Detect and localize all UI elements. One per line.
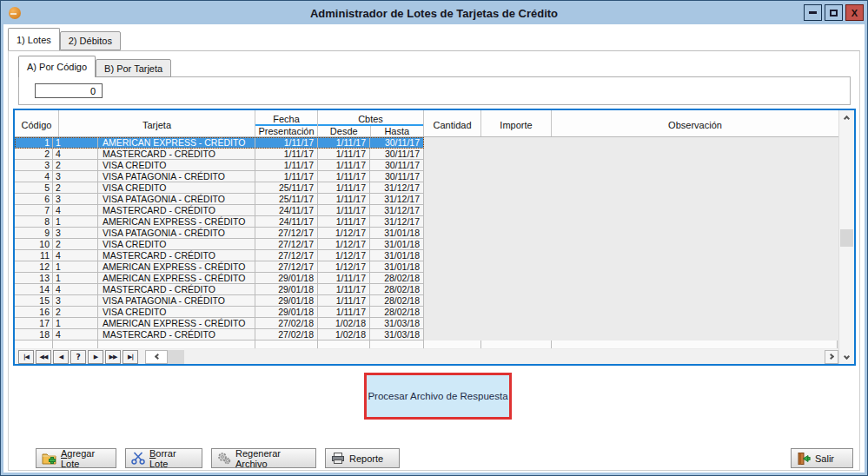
table-row[interactable]: 17 1 AMERICAN EXPRESS - CRÉDITO 27/02/18… xyxy=(15,318,424,329)
cell-row-number[interactable]: 6 xyxy=(15,194,53,205)
header-codigo[interactable]: Código xyxy=(15,110,59,136)
cell-presentacion[interactable]: 27/02/18 xyxy=(255,318,318,329)
agregar-lote-button[interactable]: Agregar Lote xyxy=(36,448,116,468)
cell-tarjeta[interactable]: AMERICAN EXPRESS - CRÉDITO xyxy=(98,273,255,284)
cell-row-number[interactable]: 3 xyxy=(15,160,53,171)
table-row[interactable]: 5 2 VISA CREDITO 25/11/17 1/11/17 31/12/… xyxy=(15,182,424,194)
cell-hasta[interactable]: 28/02/18 xyxy=(370,295,424,307)
cell-desde[interactable]: 1/11/17 xyxy=(318,284,370,295)
cell-presentacion[interactable]: 27/12/17 xyxy=(255,228,318,239)
salir-button[interactable]: Salir xyxy=(791,448,853,468)
table-row[interactable]: 10 2 VISA CREDITO 27/12/17 1/12/17 31/01… xyxy=(15,239,424,250)
cell-desde[interactable]: 1/11/17 xyxy=(318,307,370,318)
horizontal-scrollbar[interactable] xyxy=(145,350,838,364)
cell-row-number[interactable]: 9 xyxy=(15,228,53,239)
cell-row-number[interactable]: 18 xyxy=(15,329,53,340)
cell-hasta[interactable]: 28/02/18 xyxy=(370,307,424,318)
cell-tarjeta[interactable]: MASTERCARD - CRÉDITO xyxy=(98,284,255,295)
horizontal-scroll-track[interactable] xyxy=(184,350,825,364)
nav-prior-button[interactable]: ◀ xyxy=(53,350,69,364)
cell-row-number[interactable]: 12 xyxy=(15,261,53,273)
cell-row-number[interactable]: 4 xyxy=(15,171,53,182)
cell-row-number[interactable]: 17 xyxy=(15,318,53,329)
cell-tarjeta[interactable]: AMERICAN EXPRESS - CRÉDITO xyxy=(98,261,255,273)
cell-tarjeta[interactable]: VISA CREDITO xyxy=(98,160,255,171)
cell-presentacion[interactable]: 1/11/17 xyxy=(255,171,318,182)
cell-presentacion[interactable]: 1/11/17 xyxy=(255,160,318,171)
cell-codigo[interactable]: 2 xyxy=(53,182,98,194)
close-button[interactable]: X xyxy=(845,4,864,21)
cell-row-number[interactable]: 11 xyxy=(15,250,53,261)
cell-hasta[interactable]: 30/11/17 xyxy=(370,149,424,160)
table-row[interactable]: 13 1 AMERICAN EXPRESS - CRÉDITO 29/01/18… xyxy=(15,273,424,284)
cell-hasta[interactable]: 28/02/18 xyxy=(370,284,424,295)
cell-hasta[interactable]: 28/02/18 xyxy=(370,273,424,284)
cell-presentacion[interactable]: 25/11/17 xyxy=(255,182,318,194)
cell-desde[interactable]: 1/12/17 xyxy=(318,239,370,250)
cell-hasta[interactable]: 31/01/18 xyxy=(370,250,424,261)
cell-row-number[interactable]: 10 xyxy=(15,239,53,250)
cell-hasta[interactable]: 30/11/17 xyxy=(370,160,424,171)
nav-next-button[interactable]: ▶ xyxy=(88,350,103,364)
cell-codigo[interactable]: 1 xyxy=(53,318,98,329)
nav-fast-prior-button[interactable]: ◀◀ xyxy=(36,350,51,364)
cell-row-number[interactable]: 13 xyxy=(15,273,53,284)
table-row[interactable]: 7 4 MASTERCARD - CRÉDITO 24/11/17 1/11/1… xyxy=(15,205,424,216)
cell-tarjeta[interactable]: MASTERCARD - CRÉDITO xyxy=(98,205,255,216)
cell-presentacion[interactable]: 24/11/17 xyxy=(255,205,318,216)
table-row[interactable]: 3 2 VISA CREDITO 1/11/17 1/11/17 30/11/1… xyxy=(15,160,424,171)
vertical-scroll-thumb[interactable] xyxy=(840,229,853,247)
cell-desde[interactable]: 1/11/17 xyxy=(318,216,370,228)
cell-tarjeta[interactable]: VISA PATAGONIA - CRÉDITO xyxy=(98,295,255,307)
nav-search-button[interactable]: ? xyxy=(70,350,86,364)
cell-presentacion[interactable]: 1/11/17 xyxy=(255,149,318,160)
cell-presentacion[interactable]: 29/01/18 xyxy=(255,273,318,284)
cell-codigo[interactable]: 4 xyxy=(53,284,98,295)
cell-tarjeta[interactable]: MASTERCARD - CRÉDITO xyxy=(98,250,255,261)
table-row[interactable]: 14 4 MASTERCARD - CRÉDITO 29/01/18 1/11/… xyxy=(15,284,424,295)
cell-row-number[interactable]: 16 xyxy=(15,307,53,318)
cell-hasta[interactable]: 31/01/18 xyxy=(370,239,424,250)
cell-hasta[interactable]: 31/01/18 xyxy=(370,228,424,239)
cell-presentacion[interactable]: 27/02/18 xyxy=(255,329,318,340)
tab-lotes[interactable]: 1) Lotes xyxy=(8,28,60,50)
cell-desde[interactable]: 1/11/17 xyxy=(318,273,370,284)
cell-presentacion[interactable]: 29/01/18 xyxy=(255,295,318,307)
cell-tarjeta[interactable]: AMERICAN EXPRESS - CRÉDITO xyxy=(98,137,255,149)
cell-presentacion[interactable]: 29/01/18 xyxy=(255,307,318,318)
cell-desde[interactable]: 1/11/17 xyxy=(318,205,370,216)
cell-desde[interactable]: 1/11/17 xyxy=(318,182,370,194)
cell-desde[interactable]: 1/11/17 xyxy=(318,295,370,307)
scroll-right-button[interactable] xyxy=(825,350,838,364)
cell-hasta[interactable]: 30/11/17 xyxy=(370,137,424,149)
table-row[interactable]: 18 4 MASTERCARD - CRÉDITO 27/02/18 1/02/… xyxy=(15,329,424,340)
nav-first-button[interactable]: |◀ xyxy=(18,350,34,364)
cell-tarjeta[interactable]: VISA CREDITO xyxy=(98,307,255,318)
cell-desde[interactable]: 1/12/17 xyxy=(318,228,370,239)
tab-por-tarjeta[interactable]: B) Por Tarjeta xyxy=(96,59,171,77)
table-row[interactable]: 4 3 VISA PATAGONIA - CRÉDITO 1/11/17 1/1… xyxy=(15,171,424,182)
cell-desde[interactable]: 1/02/18 xyxy=(318,318,370,329)
header-tarjeta[interactable]: Tarjeta xyxy=(59,110,255,136)
cell-desde[interactable]: 1/11/17 xyxy=(318,160,370,171)
cell-tarjeta[interactable]: MASTERCARD - CRÉDITO xyxy=(98,329,255,340)
cell-row-number[interactable]: 8 xyxy=(15,216,53,228)
cell-hasta[interactable]: 30/11/17 xyxy=(370,171,424,182)
cell-codigo[interactable]: 3 xyxy=(53,295,98,307)
cell-row-number[interactable]: 14 xyxy=(15,284,53,295)
reporte-button[interactable]: Reporte xyxy=(325,448,400,468)
cell-desde[interactable]: 1/11/17 xyxy=(318,171,370,182)
cell-codigo[interactable]: 2 xyxy=(53,307,98,318)
horizontal-scroll-thumb[interactable] xyxy=(168,350,184,364)
cell-hasta[interactable]: 31/03/18 xyxy=(370,329,424,340)
cell-tarjeta[interactable]: VISA PATAGONIA - CRÉDITO xyxy=(98,228,255,239)
scroll-down-button[interactable] xyxy=(839,350,854,364)
cell-codigo[interactable]: 3 xyxy=(53,171,98,182)
cell-presentacion[interactable]: 27/12/17 xyxy=(255,239,318,250)
header-cantidad[interactable]: Cantidad xyxy=(424,110,481,136)
cell-codigo[interactable]: 4 xyxy=(53,205,98,216)
cell-row-number[interactable]: 1 xyxy=(15,137,53,149)
header-fecha-group[interactable]: Fecha Presentación xyxy=(255,110,318,136)
cell-tarjeta[interactable]: VISA CREDITO xyxy=(98,182,255,194)
maximize-button[interactable] xyxy=(825,4,843,21)
